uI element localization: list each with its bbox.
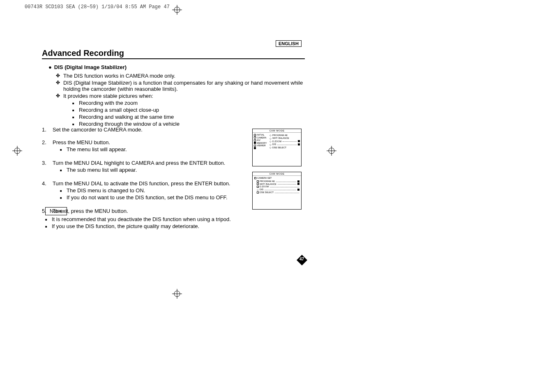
diamond-icon: ◇ (269, 140, 272, 143)
registration-mark-icon (172, 289, 182, 299)
camcorder-screen-2: CAM MODE CAMERA SET PROGRAM AE WHT. BALA… (252, 172, 302, 210)
submenu-item: WHT. BALANCE (272, 137, 289, 139)
diamond-icon: ◇ (269, 134, 272, 136)
feature-heading: ● DIS (Digital Image Stabilizer) (48, 64, 309, 70)
feature-heading-text: DIS (Digital Image Stabilizer) (54, 64, 127, 70)
notes-list: It is recommended that you deactivate th… (45, 216, 267, 230)
indicator-icon (297, 189, 299, 191)
step-text: Turn the MENU DIAL to activate the DIS f… (53, 180, 230, 187)
feature-point-text: It provides more stable pictures when: (63, 93, 153, 99)
steps-section: 1. Set the camcorder to CAMERA mode. 2. … (42, 127, 247, 221)
example-item: Recording through the window of a vehicl… (72, 121, 309, 127)
screen-title: CAM MODE (253, 172, 301, 176)
menu-item: VIEWER (257, 144, 266, 147)
indicator-icon (298, 143, 300, 145)
print-header: 00743R SCD103 SEA (28~59) 1/10/04 8:55 A… (25, 4, 170, 10)
submenu-item: PROGRAM AE (272, 134, 288, 136)
submenu-item: DSE SELECT (272, 146, 286, 149)
step-number: 2. (42, 139, 49, 153)
diamond-icon: ◇ (269, 143, 272, 146)
registration-mark-icon (12, 146, 22, 156)
example-item: Recording and walking at the same time (72, 114, 309, 120)
dotted-line (265, 189, 296, 190)
step-number: 1. (42, 127, 49, 133)
menu-box-icon (254, 134, 256, 136)
screen-left-menu: INITIAL CAMERA A/V MEMORY VIEWER (254, 134, 269, 149)
submenu-item: D.ZOOM (272, 140, 281, 143)
menu-box-icon (257, 186, 259, 188)
step-item: 1. Set the camcorder to CAMERA mode. (42, 127, 247, 133)
submenu-item: DIS (272, 143, 276, 145)
feature-point: It provides more stable pictures when: R… (56, 93, 309, 127)
notes-heading-box: Notes (45, 207, 67, 215)
step-number: 3. (42, 160, 49, 174)
submenu-item: PROGRAM AE (260, 180, 275, 182)
dotted-line (283, 141, 297, 142)
step-item: 4. Turn the MENU DIAL to activate the DI… (42, 180, 247, 201)
menu-box-icon (254, 177, 256, 179)
menu-item: MEMORY (257, 142, 267, 144)
step-text: Turn the MENU DIAL highlight to CAMERA a… (53, 160, 225, 166)
note-item: It is recommended that you deactivate th… (45, 216, 267, 222)
dotted-line (277, 144, 297, 145)
menu-item: A/V (257, 139, 260, 141)
step-sub-item: The sub menu list will appear. (60, 167, 225, 173)
step-sub: The DIS menu is changed to ON. If you do… (60, 187, 230, 201)
indicator-icon (298, 140, 300, 142)
screen-header: CAMERA SET (257, 177, 272, 179)
step-item: 2. Press the MENU button. The menu list … (42, 139, 247, 153)
registration-mark-icon (327, 146, 336, 156)
submenu-item: WHT. BALANCE (260, 183, 276, 185)
camcorder-screen-1: CAM MODE INITIAL CAMERA A/V MEMORY VIEWE… (252, 129, 302, 166)
menu-box-icon (254, 136, 256, 138)
indicator-icon (297, 180, 299, 182)
screen-right-menu: ◇PROGRAM AE ◇WHT. BALANCE ◇D.ZOOM ◇DIS ◇… (269, 134, 300, 149)
diamond-icon: ◇ (257, 188, 259, 191)
stable-examples: Recording with the zoom Recording a smal… (72, 100, 309, 127)
menu-box-icon (257, 191, 259, 194)
dotted-line (275, 192, 299, 193)
example-item: Recording with the zoom (72, 100, 309, 106)
step-sub-item: The menu list will appear. (60, 146, 127, 152)
bullet-icon: ● (48, 64, 52, 70)
title-rule (42, 58, 305, 59)
submenu-item: DIS (260, 188, 263, 191)
step-item: 5. To exit, press the MENU button. (42, 208, 247, 214)
step-sub: The menu list will appear. (60, 146, 127, 152)
menu-box-icon (254, 142, 256, 144)
menu-item: CAMERA (257, 136, 267, 139)
screen-title: CAM MODE (253, 129, 301, 133)
step-sub: The sub menu list will appear. (60, 167, 225, 173)
menu-box-icon (257, 180, 259, 182)
step-item: 3. Turn the MENU DIAL highlight to CAMER… (42, 160, 247, 174)
menu-box-icon (254, 147, 256, 149)
menu-box-icon (254, 145, 256, 147)
menu-box-icon (257, 183, 259, 185)
indicator-icon (297, 183, 299, 185)
step-sub-item: If you do not want to use the DIS functi… (60, 194, 230, 201)
step-number: 4. (42, 180, 49, 201)
feature-point: The DIS function works in CAMERA mode on… (56, 73, 309, 79)
example-item: Recording a small object close-up (72, 107, 309, 113)
step-sub-item: The DIS menu is changed to ON. (60, 187, 230, 194)
language-tag: ENGLISH (276, 40, 302, 47)
page-title: Advanced Recording (42, 48, 124, 58)
feature-points: The DIS function works in CAMERA mode on… (56, 73, 309, 127)
submenu-item: D.ZOOM (260, 185, 269, 188)
diamond-icon: ◇ (269, 146, 272, 149)
dotted-line (278, 183, 296, 184)
menu-item: INITIAL (257, 134, 265, 136)
screen-body: CAMERA SET PROGRAM AE WHT. BALANCE D.ZOO… (253, 176, 301, 195)
step-text: Press the MENU button. (53, 139, 110, 145)
note-item: If you use the DIS function, the picture… (45, 223, 267, 229)
diamond-icon: ◇ (269, 137, 272, 140)
feature-section: ● DIS (Digital Image Stabilizer) The DIS… (46, 64, 309, 128)
feature-point: DIS (Digital Image Stabilizer) is a func… (56, 80, 309, 92)
page-number: 47 (299, 257, 304, 261)
step-text: Set the camcorder to CAMERA mode. (53, 127, 143, 133)
registration-mark-icon (172, 5, 182, 15)
menu-box-icon (254, 139, 256, 141)
screen-body: INITIAL CAMERA A/V MEMORY VIEWER ◇PROGRA… (253, 133, 301, 150)
submenu-item: DSE SELECT (260, 191, 274, 194)
dotted-line (270, 186, 299, 187)
